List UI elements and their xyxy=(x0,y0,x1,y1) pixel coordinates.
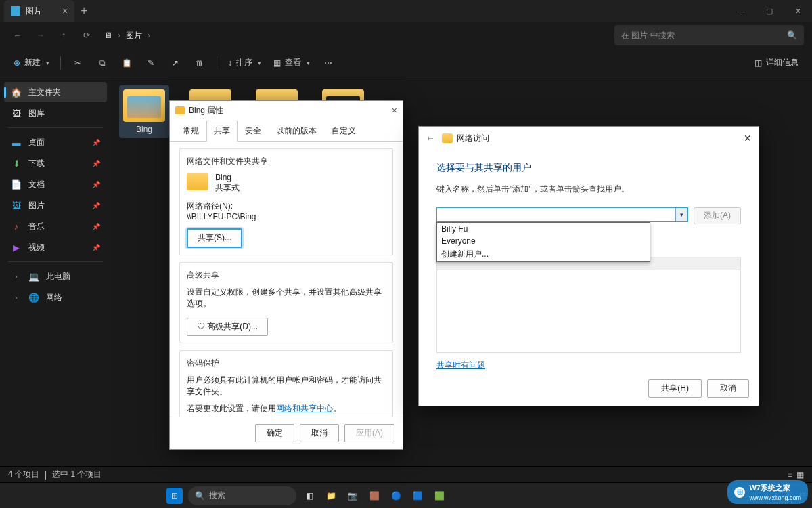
tab-close-icon[interactable]: × xyxy=(62,5,68,16)
tab-security[interactable]: 安全 xyxy=(238,121,269,142)
tab-general[interactable]: 常规 xyxy=(175,121,206,142)
sort-button[interactable]: ↕ 排序 ▾ xyxy=(223,53,267,73)
trouble-link[interactable]: 共享时有问题 xyxy=(436,360,485,371)
details-button[interactable]: ◫ 详细信息 xyxy=(749,53,804,73)
share-button[interactable]: 共享(S)... xyxy=(187,228,242,248)
new-tab-button[interactable]: + xyxy=(74,5,93,17)
share-button[interactable]: 共享(H) xyxy=(648,379,702,398)
more-button[interactable]: ⋯ xyxy=(317,53,340,73)
toolbar: ⊕ 新建 ▾ ✂ ⧉ 📋 ✎ ↗ 🗑 ↕ 排序 ▾ ▦ 查看 ▾ ⋯ ◫ 详细信… xyxy=(0,49,812,77)
tab-previous[interactable]: 以前的版本 xyxy=(269,121,324,142)
tab-title: 图片 xyxy=(26,5,42,17)
close-icon[interactable]: × xyxy=(392,105,397,116)
network-center-link[interactable]: 网络和共享中心 xyxy=(276,404,333,413)
copy-button[interactable]: ⧉ xyxy=(91,53,114,73)
search-placeholder: 在 图片 中搜索 xyxy=(621,30,675,41)
dialog-title: Bing 属性 xyxy=(189,105,223,117)
taskbar-app[interactable]: 🔵 xyxy=(388,488,405,504)
advanced-share-button[interactable]: 🛡 高级共享(D)... xyxy=(187,318,268,336)
taskbar-search[interactable]: 🔍 搜索 xyxy=(188,486,296,505)
refresh-button[interactable]: ⟳ xyxy=(77,26,96,45)
dropdown-option[interactable]: Everyone xyxy=(437,235,650,247)
paste-icon: 📋 xyxy=(122,58,132,68)
minimize-button[interactable]: — xyxy=(727,0,755,22)
taskbar-app[interactable]: 📷 xyxy=(345,488,361,504)
sidebar-item-documents[interactable]: 📄文档📌 xyxy=(4,174,107,194)
maximize-button[interactable]: ▢ xyxy=(755,0,784,22)
pictures-icon xyxy=(11,6,20,16)
taskbar-app[interactable]: 📁 xyxy=(323,488,340,504)
sidebar: 🏠主文件夹 🖼图库 ▬桌面📌 ⬇下载📌 📄文档📌 🖼图片📌 ♪音乐📌 ▶视频📌 … xyxy=(0,77,111,466)
back-button[interactable]: ← xyxy=(8,26,27,45)
pin-icon: 📌 xyxy=(92,244,100,251)
taskbar-app[interactable]: 🟦 xyxy=(410,488,426,504)
search-input[interactable]: 在 图片 中搜索 🔍 xyxy=(614,25,804,45)
sidebar-item-thispc[interactable]: ›💻此电脑 xyxy=(4,266,107,287)
download-icon: ⬇ xyxy=(11,158,22,169)
user-input[interactable] xyxy=(437,208,675,221)
apply-button[interactable]: 应用(A) xyxy=(344,424,394,442)
hint-text: 键入名称，然后单击"添加"，或者单击箭头查找用户。 xyxy=(436,184,741,195)
add-button[interactable]: 添加(A) xyxy=(694,207,741,224)
chevron-right-icon: › xyxy=(11,292,22,303)
new-button[interactable]: ⊕ 新建 ▾ xyxy=(8,53,55,73)
dialog-titlebar[interactable]: Bing 属性 × xyxy=(170,101,403,120)
start-button[interactable]: ⊞ xyxy=(166,488,183,504)
folder-icon xyxy=(175,106,185,114)
sidebar-item-home[interactable]: 🏠主文件夹 xyxy=(4,82,107,102)
close-button[interactable]: ✕ xyxy=(784,0,812,22)
user-list[interactable] xyxy=(436,270,741,353)
sidebar-item-desktop[interactable]: ▬桌面📌 xyxy=(4,132,107,152)
chevron-down-icon[interactable]: ▾ xyxy=(675,208,687,221)
paste-button[interactable]: 📋 xyxy=(115,53,138,73)
grid-view-icon[interactable]: ▦ xyxy=(796,470,804,480)
titlebar: 图片 × + — ▢ ✕ xyxy=(0,0,812,22)
cancel-button[interactable]: 取消 xyxy=(300,424,339,442)
folder-label: Bing xyxy=(136,125,152,134)
group-desc: 设置自定义权限，创建多个共享，并设置其他高级共享选项。 xyxy=(187,287,386,310)
share-icon: ↗ xyxy=(172,58,179,68)
tab-customize[interactable]: 自定义 xyxy=(324,121,363,142)
sidebar-item-gallery[interactable]: 🖼图库 xyxy=(4,103,107,123)
back-icon[interactable]: ← xyxy=(426,133,435,144)
cut-button[interactable]: ✂ xyxy=(66,53,89,73)
ok-button[interactable]: 确定 xyxy=(255,424,294,442)
forward-button[interactable]: → xyxy=(31,26,50,45)
videos-icon: ▶ xyxy=(11,242,22,253)
tab-sharing[interactable]: 共享 xyxy=(206,121,238,142)
view-button[interactable]: ▦ 查看 ▾ xyxy=(268,53,315,73)
dropdown-option[interactable]: Billy Fu xyxy=(437,223,650,235)
sidebar-item-pictures[interactable]: 🖼图片📌 xyxy=(4,195,107,215)
chevron-down-icon: ▾ xyxy=(307,60,310,66)
cancel-button[interactable]: 取消 xyxy=(707,379,749,398)
breadcrumb-item[interactable]: 图片 xyxy=(126,30,142,41)
rename-button[interactable]: ✎ xyxy=(139,53,162,73)
taskbar-app[interactable]: 🟫 xyxy=(367,488,383,504)
statusbar: 4 个项目 | 选中 1 个项目 ≡ ▦ xyxy=(0,466,812,482)
folder-item[interactable]: Bing xyxy=(119,85,169,138)
close-icon[interactable]: ✕ xyxy=(744,133,752,144)
dialog-titlebar[interactable]: ← 网络访问 ✕ xyxy=(419,127,759,150)
panel-icon: ◫ xyxy=(754,58,762,68)
delete-button[interactable]: 🗑 xyxy=(188,53,211,73)
sidebar-item-videos[interactable]: ▶视频📌 xyxy=(4,237,107,257)
share-button[interactable]: ↗ xyxy=(164,53,187,73)
view-icon: ▦ xyxy=(273,58,281,68)
taskbar-app[interactable]: 🟩 xyxy=(432,488,448,504)
search-icon: 🔍 xyxy=(195,491,205,501)
sidebar-item-network[interactable]: ›🌐网络 xyxy=(4,287,107,308)
list-view-icon[interactable]: ≡ xyxy=(788,470,792,480)
user-combobox[interactable]: ▾ xyxy=(436,207,688,222)
sidebar-item-downloads[interactable]: ⬇下载📌 xyxy=(4,153,107,173)
explorer-tab[interactable]: 图片 × xyxy=(4,0,74,22)
shield-icon: 🛡 xyxy=(197,322,205,331)
task-view-button[interactable]: ◧ xyxy=(302,488,318,504)
network-icon: 🌐 xyxy=(28,292,39,303)
pin-icon: 📌 xyxy=(92,202,100,209)
pin-icon: 📌 xyxy=(92,139,100,146)
up-button[interactable]: ↑ xyxy=(54,26,73,45)
breadcrumb[interactable]: 🖥 › 图片 › xyxy=(104,30,153,41)
network-share-group: 网络文件和文件夹共享 Bing 共享式 网络路径(N): \\BILLYFU-P… xyxy=(179,148,393,255)
sidebar-item-music[interactable]: ♪音乐📌 xyxy=(4,216,107,236)
dropdown-option[interactable]: 创建新用户... xyxy=(437,247,650,261)
